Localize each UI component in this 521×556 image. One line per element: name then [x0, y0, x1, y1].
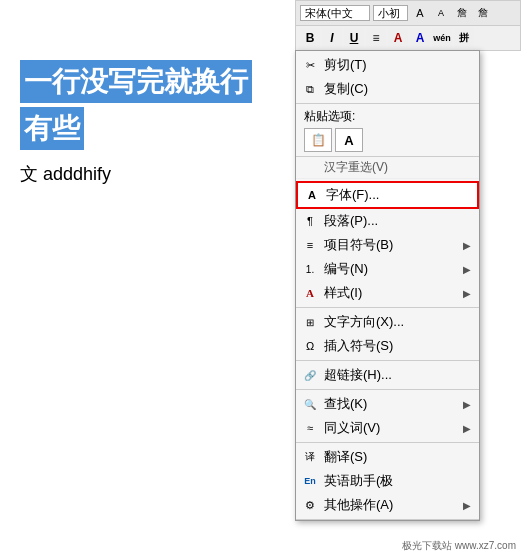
hyperlink-icon: 🔗: [300, 365, 320, 385]
paste-section: 粘贴选项: 📋 A: [296, 104, 479, 157]
translate-menu-item[interactable]: 译 翻译(S): [296, 445, 479, 469]
paste-icon-1: 📋: [311, 133, 326, 147]
paste-option-2[interactable]: A: [335, 128, 363, 152]
toolbar-row2: B I U ≡ A A wén 拼: [296, 26, 520, 51]
english-icon: En: [300, 471, 320, 491]
font-color-button[interactable]: A: [388, 28, 408, 48]
font-shrink-button[interactable]: A: [432, 4, 450, 22]
paste-label: 粘贴选项:: [304, 108, 471, 125]
selected-text-line1: 一行没写完就换行: [20, 60, 252, 103]
synonym-icon: ≈: [300, 418, 320, 438]
paragraph-menu-item[interactable]: ¶ 段落(P)...: [296, 209, 479, 233]
document-text: 文 adddhify: [20, 162, 280, 186]
find-menu-item[interactable]: 🔍 查找(K) ▶: [296, 392, 479, 416]
highlight-button[interactable]: A: [410, 28, 430, 48]
underline-button[interactable]: U: [344, 28, 364, 48]
numbering-arrow: ▶: [463, 264, 471, 275]
find-arrow: ▶: [463, 399, 471, 410]
english-help-menu-item[interactable]: En 英语助手(极: [296, 469, 479, 493]
more-icon: ⚙: [300, 495, 320, 515]
more-operations-menu-item[interactable]: ⚙ 其他操作(A) ▶: [296, 493, 479, 517]
format2-button[interactable]: 詹: [474, 4, 492, 22]
font-section: A 字体(F)... ¶ 段落(P)... ≡ 项目符号(B) ▶ 1. 编号(…: [296, 179, 479, 308]
synonym-menu-item[interactable]: ≈ 同义词(V) ▶: [296, 416, 479, 440]
text-section: ⊞ 文字方向(X)... Ω 插入符号(S): [296, 308, 479, 361]
translate-icon: 译: [300, 447, 320, 467]
font-menu-item[interactable]: A 字体(F)...: [296, 181, 479, 209]
numbering-icon: 1.: [300, 259, 320, 279]
toolbar: A A 詹 詹 B I U ≡ A A wén 拼: [295, 0, 521, 51]
numbering-menu-item[interactable]: 1. 编号(N) ▶: [296, 257, 479, 281]
find-icon: 🔍: [300, 394, 320, 414]
font-grow-button[interactable]: A: [411, 4, 429, 22]
format1-button[interactable]: 詹: [453, 4, 471, 22]
italic-button[interactable]: I: [322, 28, 342, 48]
style-icon: A: [300, 283, 320, 303]
scissors-icon: ✂: [300, 55, 320, 75]
context-menu: ✂ 剪切(T) ⧉ 复制(C) 粘贴选项: 📋 A 汉字重选(V) A 字体(F…: [295, 50, 480, 521]
bullets-arrow: ▶: [463, 240, 471, 251]
bold-button[interactable]: B: [300, 28, 320, 48]
font-name-input[interactable]: [300, 5, 370, 21]
find-section: 🔍 查找(K) ▶ ≈ 同义词(V) ▶: [296, 390, 479, 443]
toolbar-row1: A A 詹 詹: [296, 1, 520, 26]
bullets-menu-item[interactable]: ≡ 项目符号(B) ▶: [296, 233, 479, 257]
style-arrow: ▶: [463, 288, 471, 299]
text-direction-menu-item[interactable]: ⊞ 文字方向(X)...: [296, 310, 479, 334]
style-menu-item[interactable]: A 样式(I) ▶: [296, 281, 479, 305]
copy-menu-item[interactable]: ⧉ 复制(C): [296, 77, 479, 101]
font-icon: A: [302, 185, 322, 205]
font-size-input[interactable]: [373, 5, 408, 21]
more-arrow: ▶: [463, 500, 471, 511]
paste-option-1[interactable]: 📋: [304, 128, 332, 152]
text-direction-icon: ⊞: [300, 312, 320, 332]
synonym-arrow: ▶: [463, 423, 471, 434]
insert-symbol-menu-item[interactable]: Ω 插入符号(S): [296, 334, 479, 358]
strikethrough-button[interactable]: ≡: [366, 28, 386, 48]
link-section: 🔗 超链接(H)...: [296, 361, 479, 390]
edit-section: ✂ 剪切(T) ⧉ 复制(C): [296, 51, 479, 104]
translate-section: 译 翻译(S) En 英语助手(极 ⚙ 其他操作(A) ▶: [296, 443, 479, 520]
hyperlink-menu-item[interactable]: 🔗 超链接(H)...: [296, 363, 479, 387]
paragraph-icon: ¶: [300, 211, 320, 231]
pinyin-button[interactable]: 拼: [454, 28, 474, 48]
cut-menu-item[interactable]: ✂ 剪切(T): [296, 53, 479, 77]
document-area: 一行没写完就换行 有些 文 adddhify: [0, 0, 300, 556]
symbol-icon: Ω: [300, 336, 320, 356]
paste-icons-row: 📋 A: [304, 128, 471, 152]
copy-icon: ⧉: [300, 79, 320, 99]
bullets-icon: ≡: [300, 235, 320, 255]
paste-icon-2: A: [344, 133, 353, 148]
special-format-button[interactable]: wén: [432, 28, 452, 48]
hanzi-reselect[interactable]: 汉字重选(V): [296, 157, 479, 179]
selected-text-line2: 有些: [20, 107, 84, 150]
watermark: 极光下载站 www.xz7.com: [399, 538, 519, 554]
